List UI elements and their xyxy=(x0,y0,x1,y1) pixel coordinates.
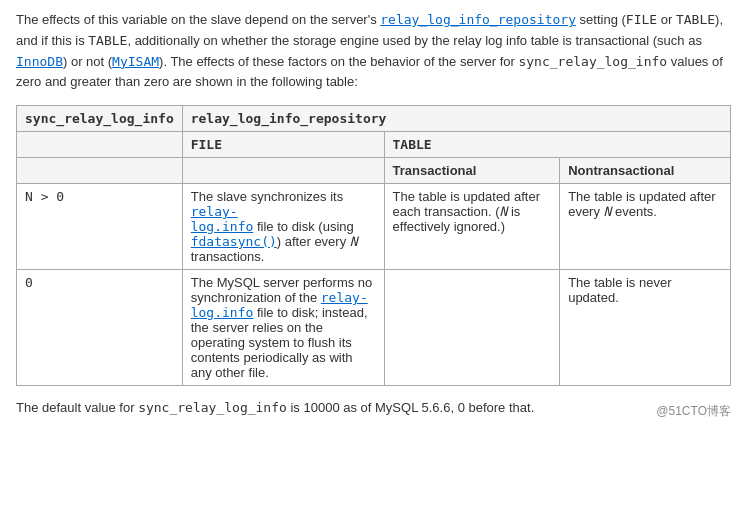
intro-text-7: ). The effects of these factors on the b… xyxy=(159,54,518,69)
row1-col3-text: The table is updated after each transact… xyxy=(393,189,540,234)
relay-log-info-link-1[interactable]: relay-log.info xyxy=(191,204,254,234)
file-header-code: FILE xyxy=(191,137,222,152)
zero-code: 0 xyxy=(25,275,33,290)
header-empty xyxy=(17,132,183,158)
n-gt-0-code: N > 0 xyxy=(25,189,64,204)
row1-col3: The table is updated after each transact… xyxy=(384,184,560,270)
n-italic-1: N xyxy=(350,234,358,249)
header-transactional: Transactional xyxy=(384,158,560,184)
n-italic-2: N xyxy=(500,204,508,219)
table-header-code: TABLE xyxy=(393,137,432,152)
row1-col4: The table is updated after every N event… xyxy=(560,184,731,270)
intro-text-5: , additionally on whether the storage en… xyxy=(127,33,702,48)
sync-relay-log-info-code: sync_relay_log_info xyxy=(518,54,667,69)
intro-text-2: setting ( xyxy=(576,12,626,27)
table-keyword-2: TABLE xyxy=(88,33,127,48)
transactional-label: Transactional xyxy=(393,163,477,178)
header-relay: relay_log_info_repository xyxy=(182,106,730,132)
intro-text-3: or xyxy=(657,12,676,27)
header-relay-code: relay_log_info_repository xyxy=(191,111,387,126)
row2-col3 xyxy=(384,270,560,386)
relay-log-info-link-2[interactable]: relay-log.info xyxy=(191,290,368,320)
row1-col4-text: The table is updated after every N event… xyxy=(568,189,715,219)
myisam-link[interactable]: MyISAM xyxy=(112,54,159,69)
relay-log-info-repository-link[interactable]: relay_log_info_repository xyxy=(380,12,576,27)
row2-col2-text: The MySQL server performs no synchroniza… xyxy=(191,275,373,380)
table-header-row-2: FILE TABLE xyxy=(17,132,731,158)
row2-col4: The table is never updated. xyxy=(560,270,731,386)
nontransactional-label: Nontransactional xyxy=(568,163,674,178)
header-table-label: TABLE xyxy=(384,132,730,158)
intro-paragraph: The effects of this variable on the slav… xyxy=(16,10,731,93)
table-row: 0 The MySQL server performs no synchroni… xyxy=(17,270,731,386)
header-blank2 xyxy=(17,158,183,184)
header-sync: sync_relay_log_info xyxy=(17,106,183,132)
innodb-link[interactable]: InnoDB xyxy=(16,54,63,69)
watermark: @51CTO博客 xyxy=(656,402,731,421)
header-blank3 xyxy=(182,158,384,184)
footer-text-2: is 10000 as of MySQL 5.6.6, 0 before tha… xyxy=(287,400,534,415)
row1-col2-text: The slave synchronizes its relay-log.inf… xyxy=(191,189,358,264)
header-file: FILE xyxy=(182,132,384,158)
header-sync-code: sync_relay_log_info xyxy=(25,111,174,126)
row2-col4-text: The table is never updated. xyxy=(568,275,671,305)
row1-col2: The slave synchronizes its relay-log.inf… xyxy=(182,184,384,270)
intro-text-6: ) or not ( xyxy=(63,54,112,69)
table-header-row-1: sync_relay_log_info relay_log_info_repos… xyxy=(17,106,731,132)
header-nontransactional: Nontransactional xyxy=(560,158,731,184)
n-italic-3: N xyxy=(604,204,612,219)
intro-text-1: The effects of this variable on the slav… xyxy=(16,12,380,27)
fdatasync-link[interactable]: fdatasync() xyxy=(191,234,277,249)
footer-sync-code: sync_relay_log_info xyxy=(138,400,287,415)
table-keyword-1: TABLE xyxy=(676,12,715,27)
row2-col1: 0 xyxy=(17,270,183,386)
footer-paragraph: The default value for sync_relay_log_inf… xyxy=(16,398,731,419)
table-row: N > 0 The slave synchronizes its relay-l… xyxy=(17,184,731,270)
table-header-row-3: Transactional Nontransactional xyxy=(17,158,731,184)
row2-col2: The MySQL server performs no synchroniza… xyxy=(182,270,384,386)
footer-text-1: The default value for xyxy=(16,400,138,415)
file-keyword: FILE xyxy=(626,12,657,27)
sync-relay-log-info-table: sync_relay_log_info relay_log_info_repos… xyxy=(16,105,731,386)
row1-col1: N > 0 xyxy=(17,184,183,270)
